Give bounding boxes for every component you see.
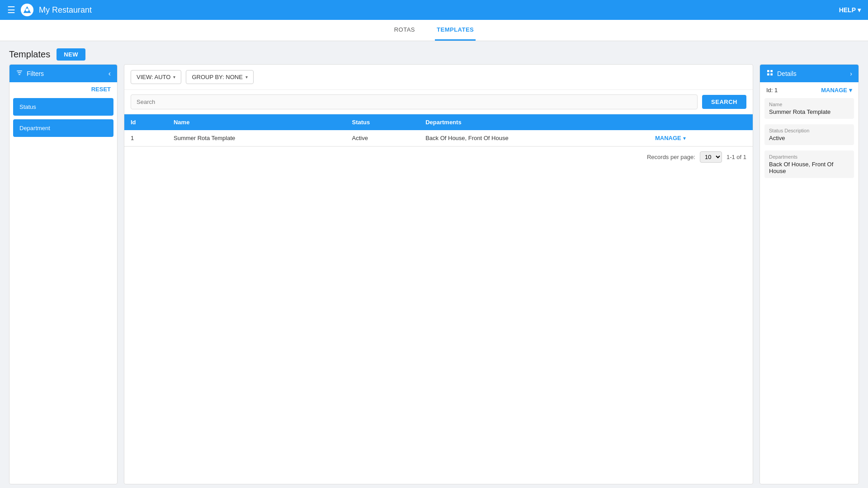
details-field-status: Status Description Active [764, 124, 854, 145]
view-auto-label: VIEW: AUTO [137, 74, 170, 80]
view-auto-chevron-icon: ▾ [173, 75, 175, 80]
svg-point-1 [26, 9, 29, 12]
row-manage-link[interactable]: MANAGE [655, 135, 681, 141]
help-chevron-icon: ▾ [858, 6, 861, 14]
cell-name: Summer Rota Template [167, 130, 346, 146]
main-layout: Filters ‹ RESET Status Department VIEW: … [0, 64, 868, 488]
group-by-none-label: GROUP BY: NONE [192, 74, 242, 80]
row-actions: MANAGE ▾ [655, 135, 746, 141]
details-field-status-value: Active [769, 135, 849, 141]
search-button[interactable]: SEARCH [702, 95, 746, 109]
search-row: SEARCH [124, 90, 753, 114]
pagination-row: Records per page: 10 1-1 of 1 [124, 146, 753, 167]
details-field-name: Name Summer Rota Template [764, 98, 854, 119]
details-id-row: Id: 1 MANAGE ▾ [760, 82, 859, 95]
help-button[interactable]: HELP ▾ [839, 6, 861, 14]
col-actions [649, 114, 753, 130]
pagination-range: 1-1 of 1 [726, 154, 746, 160]
filters-collapse-icon[interactable]: ‹ [108, 70, 111, 78]
details-panel: Details › Id: 1 MANAGE ▾ Name Summer Rot… [760, 64, 859, 484]
table-header-row: Id Name Status Departments [124, 114, 753, 130]
details-field-name-label: Name [769, 102, 849, 107]
filters-label: Filters [27, 70, 44, 77]
filter-icon [16, 69, 23, 78]
filter-status[interactable]: Status [13, 98, 113, 116]
topnav-left: ☰ My Restaurant [7, 4, 92, 16]
col-id: Id [124, 114, 167, 130]
filters-reset-button[interactable]: RESET [9, 82, 117, 96]
page-title: Templates [9, 49, 50, 60]
cell-actions: MANAGE ▾ [649, 130, 753, 146]
toolbar: VIEW: AUTO ▾ GROUP BY: NONE ▾ [124, 65, 753, 90]
details-grid-icon [766, 69, 774, 78]
svg-rect-4 [767, 73, 769, 75]
tab-rotas[interactable]: ROTAS [392, 20, 417, 41]
data-table: Id Name Status Departments 1 Summer Rota… [124, 114, 753, 146]
filters-panel: Filters ‹ RESET Status Department [9, 64, 118, 484]
col-name: Name [167, 114, 346, 130]
col-departments: Departments [419, 114, 649, 130]
filter-department[interactable]: Department [13, 119, 113, 137]
page-header: Templates NEW [0, 41, 868, 64]
group-by-none-button[interactable]: GROUP BY: NONE ▾ [186, 70, 253, 84]
details-header-left: Details [766, 69, 797, 78]
cell-id: 1 [124, 130, 167, 146]
row-manage-chevron-icon[interactable]: ▾ [683, 135, 686, 141]
content-panel: VIEW: AUTO ▾ GROUP BY: NONE ▾ SEARCH Id … [124, 64, 753, 484]
group-by-none-chevron-icon: ▾ [245, 75, 248, 80]
view-auto-button[interactable]: VIEW: AUTO ▾ [131, 70, 181, 84]
top-navigation: ☰ My Restaurant HELP ▾ [0, 0, 868, 20]
app-logo [21, 4, 33, 16]
details-field-status-label: Status Description [769, 128, 849, 133]
details-label: Details [777, 70, 797, 77]
details-field-name-value: Summer Rota Template [769, 108, 849, 115]
svg-rect-3 [770, 70, 773, 72]
details-header: Details › [760, 65, 859, 82]
table-row: 1 Summer Rota Template Active Back Of Ho… [124, 130, 753, 146]
filters-header: Filters ‹ [9, 65, 117, 82]
details-expand-icon[interactable]: › [850, 70, 852, 77]
details-field-departments-value: Back Of House, Front Of House [769, 161, 849, 174]
details-field-departments-label: Departments [769, 154, 849, 160]
menu-icon[interactable]: ☰ [7, 5, 15, 15]
svg-rect-5 [770, 73, 773, 75]
app-title: My Restaurant [39, 5, 92, 15]
help-label: HELP [839, 6, 856, 14]
cell-departments: Back Of House, Front Of House [419, 130, 649, 146]
filters-header-left: Filters [16, 69, 44, 78]
details-manage-chevron-icon: ▾ [849, 87, 852, 94]
details-id: Id: 1 [766, 87, 778, 94]
new-button[interactable]: NEW [57, 48, 85, 61]
details-field-departments: Departments Back Of House, Front Of Hous… [764, 150, 854, 178]
tab-templates[interactable]: TEMPLATES [435, 20, 476, 41]
details-manage-button[interactable]: MANAGE ▾ [821, 87, 852, 94]
per-page-select[interactable]: 10 [700, 151, 722, 163]
cell-status: Active [346, 130, 420, 146]
search-input[interactable] [131, 94, 698, 109]
tabs-bar: ROTAS TEMPLATES [0, 20, 868, 41]
records-per-page-label: Records per page: [647, 154, 695, 160]
details-manage-label: MANAGE [821, 87, 847, 94]
svg-rect-2 [767, 70, 769, 72]
col-status: Status [346, 114, 420, 130]
